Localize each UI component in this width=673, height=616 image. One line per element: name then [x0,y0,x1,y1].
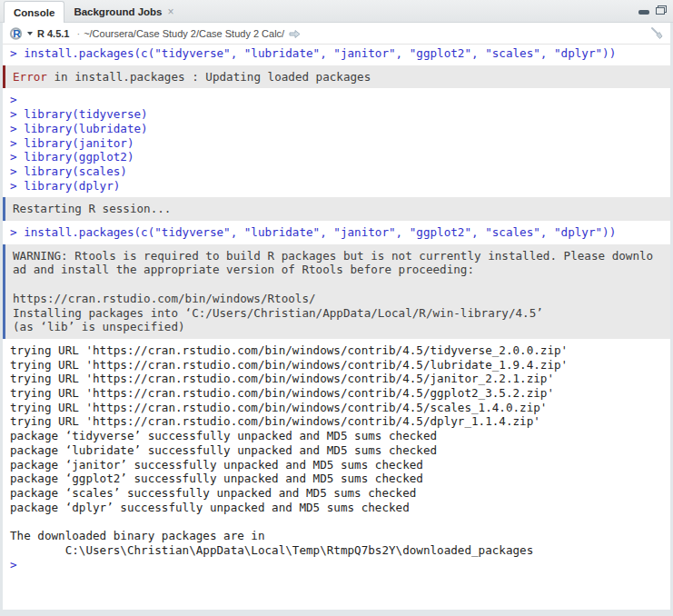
error-message-block: Error in install.packages : Updating loa… [3,65,670,89]
console-line: > install.packages(c("tidyverse", "lubri… [3,225,670,240]
console-line: > library(janitor) [3,136,670,151]
error-prefix: Error [13,70,47,84]
r-logo-icon[interactable]: R [9,26,25,41]
console-line: The downloaded binary packages are in [3,529,670,543]
console-line: ad and install the appropriate version o… [5,263,670,277]
pane-window-controls [638,5,667,15]
console-pane-body: R R 4.5.1 · ~/Coursera/Case Study 2/Case… [3,23,670,610]
console-line: trying URL 'https://cran.rstudio.com/bin… [3,401,670,415]
console-line: Error in install.packages : Updating loa… [5,70,670,84]
tab-console[interactable]: Console [4,1,64,23]
console-line: trying URL 'https://cran.rstudio.com/bin… [3,386,670,401]
status-message-block: WARNING: Rtools is required to build R p… [3,244,670,339]
console-line: Restarting R session... [5,202,670,216]
console-line: Installing packages into ‘C:/Users/Chris… [5,306,670,321]
chevron-down-icon[interactable] [27,32,33,35]
r-version-label: R 4.5.1 [37,28,69,39]
console-toolbar: R R 4.5.1 · ~/Coursera/Case Study 2/Case… [3,23,670,45]
console-line: package ‘ggplot2’ successfully unpacked … [3,472,670,486]
console-line: C:\Users\Christian\AppData\Local\Temp\Rt… [3,543,670,558]
restore-panes-icon[interactable] [656,5,667,15]
svg-text:R: R [13,28,21,39]
console-line: > library(ggplot2) [3,150,670,164]
tab-background-jobs[interactable]: Background Jobs × [64,2,183,22]
console-output[interactable]: > install.packages(c("tidyverse", "lubri… [3,45,670,610]
console-line: package ‘dplyr’ successfully unpacked an… [3,501,670,515]
close-icon[interactable]: × [168,6,174,17]
console-line: (as ‘lib’ is unspecified) [5,320,670,334]
minimize-icon[interactable] [638,10,649,15]
console-line: > library(scales) [3,164,670,179]
console-line: > library(tidyverse) [3,107,670,122]
working-directory-path: ~/Coursera/Case Study 2/Case Study 2 Cal… [84,28,284,39]
console-line: > install.packages(c("tidyverse", "lubri… [3,46,670,61]
pane-tab-bar: Console Background Jobs × [0,0,673,23]
console-line: trying URL 'https://cran.rstudio.com/bin… [3,343,670,358]
console-line: trying URL 'https://cran.rstudio.com/bin… [3,358,670,373]
status-message-block: Restarting R session... [3,197,670,221]
console-line: WARNING: Rtools is required to build R p… [5,249,670,263]
console-line: https://cran.rstudio.com/bin/windows/Rto… [5,292,670,306]
console-line: > library(lubridate) [3,122,670,136]
tab-console-label: Console [14,7,54,18]
tab-background-jobs-label: Background Jobs [74,6,162,17]
goto-directory-arrow-icon[interactable] [289,29,301,39]
console-line [5,277,670,292]
console-line: trying URL 'https://cran.rstudio.com/bin… [3,372,670,386]
console-line: package ‘janitor’ successfully unpacked … [3,458,670,472]
console-line [3,514,670,529]
console-line: package ‘scales’ successfully unpacked a… [3,486,670,501]
console-line: > [3,558,670,572]
console-line: package ‘tidyverse’ successfully unpacke… [3,429,670,443]
console-line: > [3,93,670,107]
console-line: package ‘lubridate’ successfully unpacke… [3,443,670,458]
console-line: trying URL 'https://cran.rstudio.com/bin… [3,414,670,429]
clear-console-broom-icon[interactable] [649,26,664,40]
console-line: > library(dplyr) [3,179,670,194]
rstudio-console-pane: Console Background Jobs × R R 4.5.1 · ~/… [0,0,673,616]
separator-dot: · [76,28,80,39]
